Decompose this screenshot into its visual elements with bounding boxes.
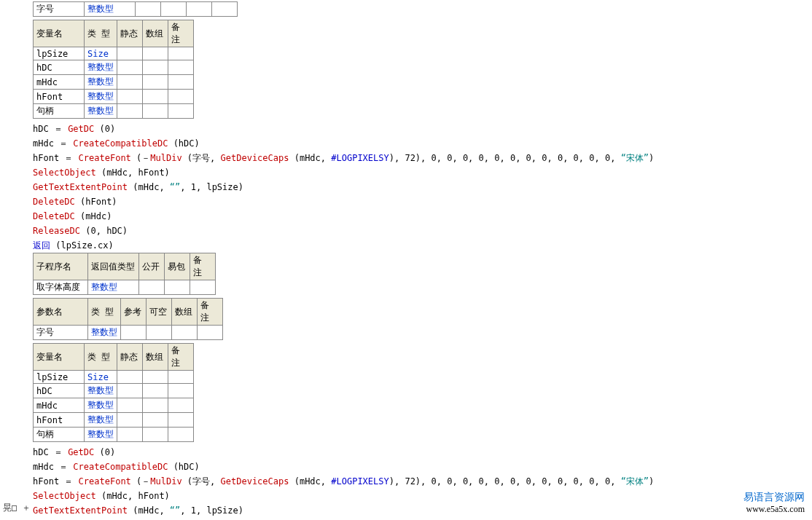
code-line[interactable]: hFont ＝ CreateFont (－MulDiv (字号, GetDevi… <box>33 474 812 489</box>
param-table-top: 字号 整数型 <box>33 1 238 17</box>
col-static: 静态 <box>117 20 143 47</box>
table-row: 句柄整数型 <box>34 428 194 442</box>
watermark: 易语言资源网 www.e5a5x.com <box>743 491 805 516</box>
col-type: 类 型 <box>85 20 117 47</box>
var-table-2: 变量名 类 型 静态 数组 备 注 lpSizeSize hDC整数型 mHdc… <box>33 343 194 442</box>
col-remark: 备 注 <box>198 299 223 326</box>
sub-table: 子程序名 返回值类型 公开 易包 备 注 取字体高度整数型 <box>33 253 216 295</box>
code-line[interactable]: mHdc ＝ CreateCompatibleDC (hDC) <box>33 460 812 474</box>
table-row: 句柄整数型 <box>34 104 194 119</box>
watermark-title: 易语言资源网 <box>743 491 805 504</box>
table-row: 取字体高度整数型 <box>34 280 216 295</box>
table-row: lpSizeSize <box>34 371 194 384</box>
param-name: 字号 <box>34 2 85 17</box>
table-row: mHdc整数型 <box>34 398 194 413</box>
table-row: 字号整数型 <box>34 326 223 340</box>
table-row: lpSizeSize <box>34 47 194 60</box>
fold-icon[interactable]: 晃□ ＋ <box>3 503 31 513</box>
col-subname: 子程序名 <box>34 253 88 280</box>
code-line[interactable]: SelectObject (mHdc, hFont) <box>33 489 812 503</box>
code-line[interactable]: mHdc ＝ CreateCompatibleDC (hDC) <box>33 136 812 151</box>
table-row: hFont整数型 <box>34 413 194 428</box>
table-row: mHdc整数型 <box>34 75 194 90</box>
code-line[interactable]: SelectObject (mHdc, hFont) <box>33 165 812 180</box>
param-type[interactable]: 整数型 <box>85 2 136 17</box>
col-remark: 备 注 <box>168 20 194 47</box>
watermark-url: www.e5a5x.com <box>743 504 805 516</box>
param-table: 参数名 类 型 参考 可空 数组 备 注 字号整数型 <box>33 298 223 340</box>
code-line[interactable]: DeleteDC (hFont) <box>33 194 812 209</box>
code-line[interactable]: GetTextExtentPoint (mHdc, “”, 1, lpSize) <box>33 503 812 518</box>
col-ref: 参考 <box>121 299 147 326</box>
col-public: 公开 <box>139 253 165 280</box>
col-array: 数组 <box>143 20 168 47</box>
col-epack: 易包 <box>165 253 190 280</box>
code-line[interactable]: DeleteDC (mHdc) <box>33 209 812 224</box>
table-row: hDC整数型 <box>34 384 194 398</box>
code-line[interactable]: 返回 (lpSize.cx) <box>33 238 812 253</box>
code-line[interactable]: GetTextExtentPoint (mHdc, “”, 1, lpSize) <box>33 180 812 194</box>
col-paramname: 参数名 <box>34 299 88 326</box>
gutter-icons[interactable]: 晃□ ＋ <box>3 502 31 514</box>
code-line[interactable]: hFont ＝ CreateFont (－MulDiv (字号, GetDevi… <box>33 151 812 165</box>
table-row: hDC整数型 <box>34 60 194 75</box>
var-table-1: 变量名 类 型 静态 数组 备 注 lpSizeSize hDC整数型 mHdc… <box>33 20 194 119</box>
col-remark: 备 注 <box>190 253 216 280</box>
col-nullable: 可空 <box>147 299 172 326</box>
col-rettype: 返回值类型 <box>88 253 139 280</box>
code-line[interactable]: hDC ＝ GetDC (0) <box>33 122 812 136</box>
col-array: 数组 <box>172 299 198 326</box>
code-line[interactable]: ReleaseDC (0, hDC) <box>33 224 812 238</box>
code-line[interactable]: hDC ＝ GetDC (0) <box>33 445 812 460</box>
col-varname: 变量名 <box>34 20 85 47</box>
table-row: hFont整数型 <box>34 90 194 104</box>
col-type: 类 型 <box>88 299 121 326</box>
